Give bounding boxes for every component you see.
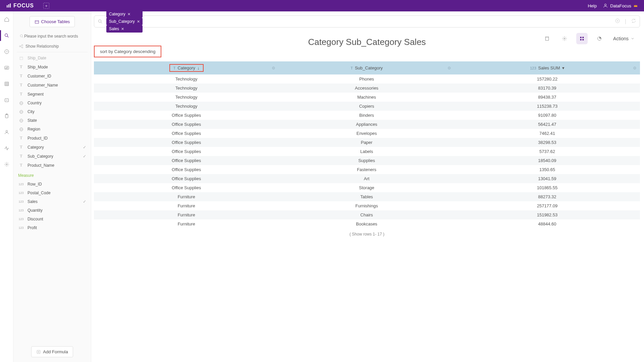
measure-field[interactable]: 123Row_ID <box>17 180 88 189</box>
pin-button[interactable] <box>541 33 553 44</box>
user-menu[interactable]: DataFocus <box>603 3 638 8</box>
column-header[interactable]: TCategory↓⚙ <box>94 61 279 74</box>
table-row[interactable]: FurnitureChairs151982.53 <box>94 210 640 219</box>
svg-rect-11 <box>7 67 7 68</box>
field-type-icon: T <box>18 136 24 141</box>
table-row[interactable]: Office SuppliesArt13041.59 <box>94 174 640 183</box>
rail-user[interactable] <box>3 128 11 136</box>
query-clear-button[interactable] <box>615 18 620 25</box>
field-label: State <box>28 118 37 123</box>
rail-grid[interactable] <box>3 80 11 88</box>
dimension-field[interactable]: TSub_Category✓ <box>17 152 88 161</box>
dimension-field[interactable]: City <box>17 107 88 116</box>
measure-field[interactable]: 123Discount <box>17 215 88 223</box>
field-list: Ship_DateTShip_ModeTCustomer_IDTCustomer… <box>17 54 88 342</box>
chip-remove[interactable]: ✕ <box>127 12 130 16</box>
rail-settings[interactable] <box>3 160 11 168</box>
query-chip[interactable]: Category✕ <box>106 10 143 18</box>
field-label: Ship_Date <box>28 56 46 60</box>
column-menu-button[interactable]: ⚙ <box>447 66 451 70</box>
field-label: City <box>28 109 35 114</box>
dimension-field[interactable]: TSegment <box>17 90 88 99</box>
column-menu-button[interactable]: ⚙ <box>633 66 637 70</box>
field-label: Segment <box>28 92 44 97</box>
table-cell: Tables <box>279 192 454 201</box>
measure-field[interactable]: 123Profit <box>17 223 88 232</box>
main: Category✕Sub_Category✕Sales✕ | sort by C… <box>91 11 644 362</box>
table-row[interactable]: FurnitureFurnishings257177.09 <box>94 201 640 210</box>
dimension-field[interactable]: TShip_Mode <box>17 62 88 71</box>
table-row[interactable]: Office SuppliesLabels5737.62 <box>94 147 640 156</box>
dimension-field[interactable]: State <box>17 116 88 125</box>
field-label: Customer_Name <box>28 83 58 88</box>
table-row[interactable]: Office SuppliesSupplies18540.09 <box>94 156 640 165</box>
querybar[interactable]: Category✕Sub_Category✕Sales✕ | <box>94 15 640 28</box>
field-type-icon: T <box>18 73 24 79</box>
column-header[interactable]: TSub_Category⚙ <box>279 61 454 74</box>
table-cell: Office Supplies <box>94 138 279 147</box>
row-counter: ( Show rows 1- 17 ) <box>94 228 640 237</box>
table-row[interactable]: TechnologyPhones157280.22 <box>94 74 640 84</box>
svg-point-25 <box>20 35 22 37</box>
dimension-field[interactable]: TCustomer_ID <box>17 71 88 81</box>
dimension-field[interactable]: Ship_Date <box>17 54 88 62</box>
table-row[interactable]: FurnitureBookcases48844.60 <box>94 219 640 228</box>
add-formula-button[interactable]: Add Formula <box>31 346 73 357</box>
field-label: Quantity <box>28 208 43 213</box>
table-cell: 5737.62 <box>454 147 640 156</box>
chip-label: Sub_Category <box>109 19 135 24</box>
field-type-icon <box>18 118 24 123</box>
check-icon: ✓ <box>83 145 86 150</box>
add-tab-button[interactable]: + <box>43 3 49 9</box>
table-cell: Appliances <box>279 120 454 129</box>
table-row[interactable]: Office SuppliesAppliances56421.47 <box>94 120 640 129</box>
table-row[interactable]: FurnitureTables88273.32 <box>94 192 640 201</box>
chart-type-button[interactable] <box>594 33 605 44</box>
query-refresh-button[interactable] <box>631 18 636 25</box>
table-row[interactable]: Office SuppliesEnvelopes7462.41 <box>94 129 640 138</box>
logo-text: FOCUS <box>13 3 34 9</box>
svg-rect-12 <box>5 82 8 86</box>
rail-dashboard[interactable] <box>3 64 11 72</box>
table-row[interactable]: TechnologyAccessories83170.39 <box>94 84 640 93</box>
dimension-field[interactable]: Country <box>17 99 88 107</box>
column-menu-button[interactable]: ⚙ <box>272 66 275 70</box>
svg-line-26 <box>22 37 23 38</box>
choose-tables-button[interactable]: Choose Tables <box>30 16 75 27</box>
rail-activity[interactable] <box>3 144 11 152</box>
actions-label: Actions <box>613 36 629 41</box>
rail-archive[interactable] <box>3 96 11 104</box>
table-row[interactable]: Office SuppliesBinders91097.80 <box>94 111 640 120</box>
rail-help[interactable]: ? <box>3 48 11 56</box>
help-link[interactable]: Help <box>588 3 597 8</box>
rail-search[interactable] <box>3 32 11 40</box>
field-type-icon: T <box>18 92 24 97</box>
dimension-field[interactable]: TProduct_ID <box>17 134 88 143</box>
measure-field[interactable]: 123Quantity <box>17 206 88 215</box>
rail-clipboard[interactable] <box>3 112 11 120</box>
rail-home[interactable] <box>3 15 11 23</box>
field-search-input[interactable] <box>24 34 85 39</box>
table-row[interactable]: TechnologyMachines89438.37 <box>94 93 640 102</box>
table-row[interactable]: Office SuppliesPaper38298.53 <box>94 138 640 147</box>
dimension-field[interactable]: TCategory✓ <box>17 143 88 152</box>
field-search[interactable] <box>17 32 88 41</box>
query-chip[interactable]: Sub_Category✕ <box>106 18 143 25</box>
table-row[interactable]: Office SuppliesStorage101865.55 <box>94 183 640 192</box>
measure-field[interactable]: 123Postal_Code <box>17 189 88 197</box>
table-row[interactable]: Office SuppliesFasteners1350.65 <box>94 165 640 174</box>
settings-button[interactable] <box>559 33 570 44</box>
dimension-field[interactable]: TCustomer_Name <box>17 81 88 90</box>
actions-button[interactable]: Actions <box>611 35 637 43</box>
measure-field[interactable]: 123Sales✓ <box>17 197 88 206</box>
dimension-field[interactable]: TProduct_Name <box>17 161 88 170</box>
column-header[interactable]: 123Sales SUM▾⚙ <box>454 61 640 74</box>
grid-view-button[interactable] <box>576 33 588 44</box>
show-relationship-toggle[interactable]: Show Relationship <box>17 41 88 52</box>
table-cell: 83170.39 <box>454 84 640 93</box>
chip-remove[interactable]: ✕ <box>137 19 140 24</box>
check-icon: ✓ <box>83 154 86 159</box>
table-cell: Machines <box>279 93 454 102</box>
dimension-field[interactable]: Region <box>17 125 88 134</box>
table-row[interactable]: TechnologyCopiers115238.73 <box>94 102 640 111</box>
